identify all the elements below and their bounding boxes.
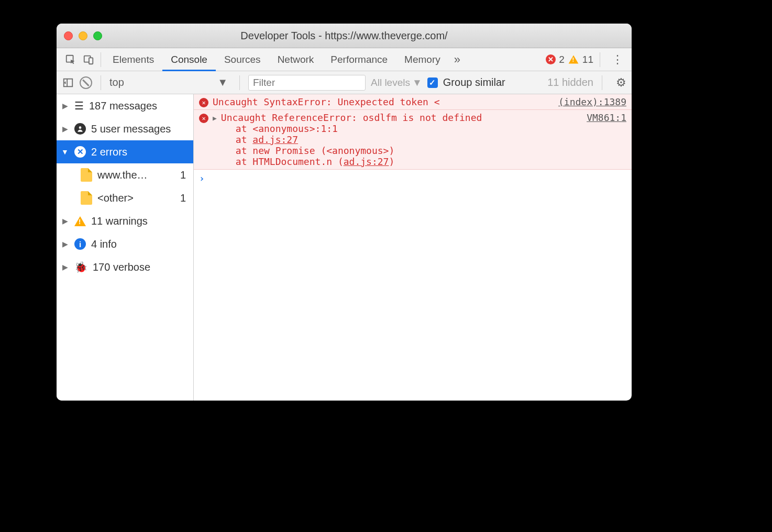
svg-rect-2 [89,58,93,64]
log-levels-selector[interactable]: All levels ▼ [371,77,422,88]
tab-elements[interactable]: Elements [104,48,162,71]
bug-icon: 🐞 [74,261,87,273]
sidebar-item-label: 11 warnings [91,215,148,227]
file-icon [81,191,92,205]
file-icon [81,168,92,182]
error-icon: ✕ [199,114,208,123]
svg-point-5 [79,126,82,129]
divider [602,75,602,90]
settings-menu-icon[interactable]: ⋮ [606,53,628,66]
devtools-window: Developer Tools - https://www.theverge.c… [57,24,632,401]
sidebar-errors[interactable]: ▼ ✕ 2 errors [57,140,193,163]
devtools-tabs-row: Elements Console Sources Network Perform… [57,48,632,71]
sidebar-warnings[interactable]: ▶ 11 warnings [57,209,193,232]
info-icon: i [74,238,86,250]
close-window-button[interactable] [64,31,73,40]
console-output: ✕ Uncaught SyntaxError: Unexpected token… [194,94,632,401]
stack-link[interactable]: ad.js:27 [252,134,298,145]
dropdown-icon: ▼ [412,77,422,88]
sidebar-info[interactable]: ▶ i 4 info [57,232,193,256]
sidebar-item-label: 2 errors [91,146,127,158]
context-value: top [109,76,124,88]
context-selector[interactable]: top ▼ [109,75,231,91]
error-count: 2 [559,54,565,65]
levels-label: All levels [371,77,410,88]
dropdown-icon: ▼ [217,76,228,88]
error-text: Uncaught ReferenceError: osdlfm is not d… [221,112,482,123]
tab-sources[interactable]: Sources [216,48,269,71]
group-similar-label: Group similar [443,76,505,88]
sidebar-item-label: 187 messages [89,100,157,112]
console-error-message[interactable]: ✕ ▶ Uncaught ReferenceError: osdlfm is n… [194,110,632,170]
expand-stack-icon[interactable]: ▶ [213,114,217,122]
tab-memory[interactable]: Memory [396,48,449,71]
status-indicators: ✕ 2 11 ⋮ [546,52,632,67]
divider [101,52,101,67]
divider [600,52,600,67]
group-similar-checkbox[interactable]: ✓ [427,77,438,88]
stack-frame: at new Promise (<anonymous>) [236,145,582,156]
warning-count: 11 [582,54,593,65]
sidebar-messages[interactable]: ▶ ☰ 187 messages [57,94,193,117]
tab-network[interactable]: Network [269,48,323,71]
expand-icon: ▶ [61,102,69,110]
stack-link[interactable]: ad.js:27 [344,156,389,167]
stack-frame: at ad.js:27 [236,134,582,145]
hidden-count[interactable]: 11 hidden [547,76,593,88]
panel-tabs: Elements Console Sources Network Perform… [104,48,466,71]
clear-console-icon[interactable] [80,76,92,89]
divider [101,75,101,90]
inspect-element-icon[interactable] [62,51,80,69]
console-toolbar: top ▼ All levels ▼ ✓ Group similar 11 hi… [57,71,632,94]
sidebar-verbose[interactable]: ▶ 🐞 170 verbose [57,256,193,279]
expand-icon: ▶ [61,125,69,133]
sidebar-error-source[interactable]: <other> 1 [57,186,193,209]
window-controls [64,31,102,40]
stack-trace: at <anonymous>:1:1 at ad.js:27 at new Pr… [236,123,582,167]
filter-input[interactable] [248,75,366,91]
error-source-link[interactable]: (index):1389 [558,96,626,107]
sidebar-item-count: 1 [180,169,189,181]
sidebar-user-messages[interactable]: ▶ 5 user messages [57,117,193,140]
sidebar-item-label: <other> [97,192,134,204]
more-tabs-icon[interactable]: » [449,53,466,66]
sidebar-item-label: 4 info [91,238,117,250]
stack-frame: at <anonymous>:1:1 [236,123,582,134]
prompt-icon: › [199,173,205,184]
expand-icon: ▶ [61,263,69,271]
error-icon: ✕ [74,146,86,158]
warning-icon [74,216,86,226]
window-title: Developer Tools - https://www.theverge.c… [57,30,632,42]
titlebar: Developer Tools - https://www.theverge.c… [57,24,632,48]
console-sidebar: ▶ ☰ 187 messages ▶ 5 user messages ▼ ✕ 2… [57,94,194,401]
warning-count-icon[interactable] [569,55,579,63]
toggle-sidebar-icon[interactable] [62,76,74,89]
console-body: ▶ ☰ 187 messages ▶ 5 user messages ▼ ✕ 2… [57,94,632,401]
divider [239,75,240,90]
list-icon: ☰ [74,99,84,112]
expand-icon: ▶ [61,240,69,248]
console-error-message[interactable]: ✕ Uncaught SyntaxError: Unexpected token… [194,94,632,110]
maximize-window-button[interactable] [93,31,102,40]
error-icon: ✕ [199,98,208,107]
tab-performance[interactable]: Performance [322,48,396,71]
tab-console[interactable]: Console [162,48,216,71]
error-count-icon[interactable]: ✕ [546,54,556,64]
collapse-icon: ▼ [61,148,69,156]
error-source-link[interactable]: VM861:1 [587,112,626,123]
stack-frame: at HTMLDocument.n (ad.js:27) [236,156,582,167]
sidebar-item-label: www.the… [97,169,148,181]
sidebar-item-label: 5 user messages [91,123,171,135]
error-text: Uncaught SyntaxError: Unexpected token < [213,96,439,107]
expand-icon: ▶ [61,217,69,225]
user-icon [74,123,86,135]
minimize-window-button[interactable] [79,31,87,40]
device-toolbar-icon[interactable] [80,51,97,69]
sidebar-item-label: 170 verbose [93,261,150,273]
console-prompt[interactable]: › [194,170,632,187]
sidebar-error-source[interactable]: www.the… 1 [57,163,193,186]
sidebar-item-count: 1 [180,192,189,204]
console-settings-icon[interactable]: ⚙ [611,76,626,90]
